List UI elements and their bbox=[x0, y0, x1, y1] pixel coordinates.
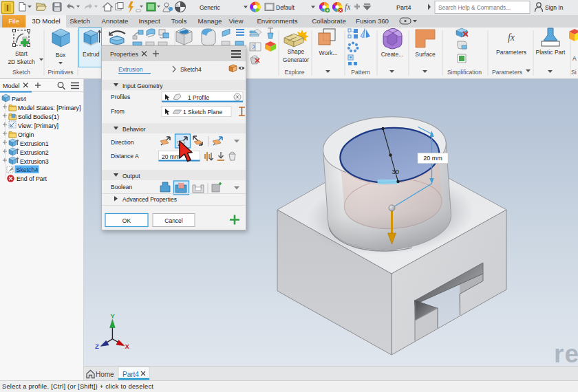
svg-text:Primitives: Primitives bbox=[48, 69, 74, 76]
svg-text:Extrusion3: Extrusion3 bbox=[20, 158, 49, 165]
svg-text:Search Help & Commands...: Search Help & Commands... bbox=[438, 4, 511, 11]
svg-text:Sketch4: Sketch4 bbox=[17, 166, 39, 173]
svg-text:Parameters: Parameters bbox=[496, 49, 526, 56]
svg-text:End of Part: End of Part bbox=[17, 175, 47, 182]
svg-text:Create...: Create... bbox=[381, 51, 404, 58]
svg-text:Explore: Explore bbox=[285, 69, 305, 76]
svg-text:Extrusion: Extrusion bbox=[118, 66, 143, 73]
svg-text:Output: Output bbox=[122, 173, 140, 179]
svg-text:Generator: Generator bbox=[283, 56, 309, 63]
svg-text:1 Profile: 1 Profile bbox=[188, 94, 209, 101]
svg-text:Properties: Properties bbox=[110, 51, 139, 58]
svg-text:Extrusion1: Extrusion1 bbox=[20, 140, 49, 147]
svg-text:Sign In: Sign In bbox=[545, 4, 564, 11]
svg-text:Extrud: Extrud bbox=[83, 51, 100, 58]
svg-text:Model States: [Primary]: Model States: [Primary] bbox=[18, 105, 81, 111]
svg-text:Simplification: Simplification bbox=[447, 69, 482, 76]
svg-text:20 mm: 20 mm bbox=[423, 155, 442, 162]
svg-text:Sketch: Sketch bbox=[12, 69, 30, 76]
svg-text:Part4: Part4 bbox=[12, 96, 26, 102]
svg-text:View: [Primary]: View: [Primary] bbox=[18, 122, 58, 129]
svg-text:Home: Home bbox=[96, 371, 114, 378]
svg-text:Advanced Properties: Advanced Properties bbox=[122, 196, 177, 203]
svg-text:Box: Box bbox=[56, 52, 66, 58]
svg-text:Si: Si bbox=[571, 69, 577, 76]
svg-text:A: A bbox=[572, 55, 577, 62]
svg-text:Origin: Origin bbox=[18, 131, 34, 138]
svg-text:Part4: Part4 bbox=[396, 4, 411, 11]
svg-text:OK: OK bbox=[122, 217, 131, 224]
svg-text:fx: fx bbox=[345, 3, 351, 12]
svg-text:Model: Model bbox=[3, 83, 20, 89]
svg-text:Solid Bodies(1): Solid Bodies(1) bbox=[18, 113, 59, 120]
svg-text:Extrusion2: Extrusion2 bbox=[20, 149, 49, 156]
svg-text:Generic: Generic bbox=[200, 4, 221, 11]
svg-text:1 Sketch Plane: 1 Sketch Plane bbox=[183, 109, 222, 116]
svg-text:Profiles: Profiles bbox=[111, 94, 130, 100]
svg-text:Parameters: Parameters bbox=[492, 69, 522, 76]
svg-text:Z: Z bbox=[95, 342, 99, 350]
svg-text:I: I bbox=[6, 3, 8, 13]
svg-text:Behavior: Behavior bbox=[122, 126, 146, 133]
svg-text:Work...: Work... bbox=[319, 50, 338, 56]
svg-text:Pattern: Pattern bbox=[351, 69, 370, 76]
svg-text:From: From bbox=[111, 108, 125, 115]
svg-text:Input Geometry: Input Geometry bbox=[122, 83, 163, 89]
svg-text:Y: Y bbox=[110, 312, 115, 320]
svg-text:Surface: Surface bbox=[415, 51, 436, 58]
svg-text:Shape: Shape bbox=[288, 48, 305, 55]
svg-text:Plastic Part: Plastic Part bbox=[536, 49, 566, 56]
svg-text:Direction: Direction bbox=[111, 139, 134, 146]
svg-text:30: 30 bbox=[392, 168, 400, 175]
svg-text:re: re bbox=[554, 340, 578, 364]
svg-text:Sketch4: Sketch4 bbox=[180, 66, 202, 73]
svg-text:Boolean: Boolean bbox=[111, 184, 132, 190]
svg-text:Default: Default bbox=[276, 4, 295, 11]
svg-text:Cancel: Cancel bbox=[164, 217, 183, 224]
svg-text:X: X bbox=[125, 342, 130, 350]
svg-text:fx: fx bbox=[508, 32, 515, 43]
svg-text:Start: Start bbox=[15, 50, 28, 57]
svg-text:Distance A: Distance A bbox=[111, 153, 139, 160]
svg-text:Part4: Part4 bbox=[122, 371, 139, 378]
svg-text:2D Sketch: 2D Sketch bbox=[8, 58, 34, 65]
